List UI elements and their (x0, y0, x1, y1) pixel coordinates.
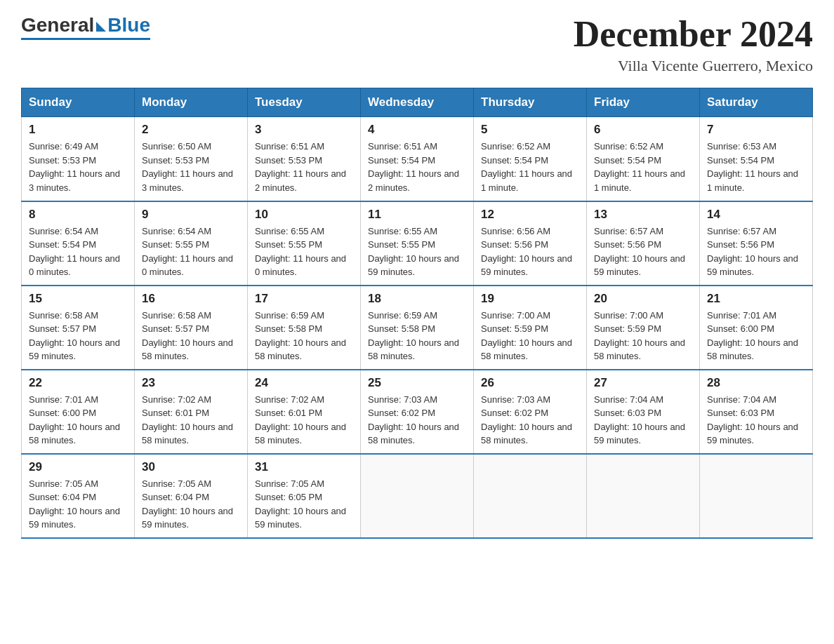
day-number: 20 (594, 292, 692, 306)
calendar-day-cell: 25 Sunrise: 7:03 AMSunset: 6:02 PMDaylig… (361, 370, 474, 454)
calendar-day-cell (700, 454, 813, 538)
day-info: Sunrise: 6:52 AMSunset: 5:54 PMDaylight:… (481, 141, 572, 193)
day-number: 17 (255, 292, 353, 306)
logo-general-text: General (21, 14, 94, 36)
calendar-day-cell: 17 Sunrise: 6:59 AMSunset: 5:58 PMDaylig… (248, 286, 361, 370)
day-number: 16 (142, 292, 240, 306)
page-header: General Blue December 2024 Villa Vicente… (21, 14, 813, 75)
day-number: 19 (481, 292, 579, 306)
day-number: 9 (142, 208, 240, 222)
day-number: 31 (255, 460, 353, 474)
calendar-day-cell: 10 Sunrise: 6:55 AMSunset: 5:55 PMDaylig… (248, 201, 361, 286)
day-number: 18 (368, 292, 466, 306)
day-info: Sunrise: 6:49 AMSunset: 5:53 PMDaylight:… (29, 141, 120, 193)
day-number: 14 (707, 208, 805, 222)
day-info: Sunrise: 6:51 AMSunset: 5:54 PMDaylight:… (368, 141, 459, 193)
day-info: Sunrise: 7:00 AMSunset: 5:59 PMDaylight:… (481, 310, 572, 362)
calendar-day-cell: 13 Sunrise: 6:57 AMSunset: 5:56 PMDaylig… (587, 201, 700, 286)
day-info: Sunrise: 7:00 AMSunset: 5:59 PMDaylight:… (594, 310, 685, 362)
day-info: Sunrise: 7:03 AMSunset: 6:02 PMDaylight:… (368, 394, 459, 446)
header-sunday: Sunday (22, 88, 135, 117)
header-thursday: Thursday (474, 88, 587, 117)
calendar-day-cell: 5 Sunrise: 6:52 AMSunset: 5:54 PMDayligh… (474, 117, 587, 201)
calendar-day-cell: 26 Sunrise: 7:03 AMSunset: 6:02 PMDaylig… (474, 370, 587, 454)
day-number: 29 (29, 460, 127, 474)
day-info: Sunrise: 6:55 AMSunset: 5:55 PMDaylight:… (255, 226, 346, 278)
month-title: December 2024 (574, 14, 813, 54)
day-info: Sunrise: 7:04 AMSunset: 6:03 PMDaylight:… (707, 394, 798, 446)
calendar-week-row: 1 Sunrise: 6:49 AMSunset: 5:53 PMDayligh… (22, 117, 813, 201)
day-number: 13 (594, 208, 692, 222)
day-info: Sunrise: 6:59 AMSunset: 5:58 PMDaylight:… (255, 310, 346, 362)
calendar-day-cell: 21 Sunrise: 7:01 AMSunset: 6:00 PMDaylig… (700, 286, 813, 370)
day-info: Sunrise: 7:05 AMSunset: 6:04 PMDaylight:… (142, 478, 233, 530)
day-number: 11 (368, 208, 466, 222)
calendar-day-cell: 24 Sunrise: 7:02 AMSunset: 6:01 PMDaylig… (248, 370, 361, 454)
calendar-day-cell: 14 Sunrise: 6:57 AMSunset: 5:56 PMDaylig… (700, 201, 813, 286)
calendar-week-row: 15 Sunrise: 6:58 AMSunset: 5:57 PMDaylig… (22, 286, 813, 370)
day-number: 4 (368, 123, 466, 137)
calendar-day-cell: 11 Sunrise: 6:55 AMSunset: 5:55 PMDaylig… (361, 201, 474, 286)
day-number: 22 (29, 376, 127, 390)
day-number: 3 (255, 123, 353, 137)
day-info: Sunrise: 6:58 AMSunset: 5:57 PMDaylight:… (29, 310, 120, 362)
header-tuesday: Tuesday (248, 88, 361, 117)
day-info: Sunrise: 6:59 AMSunset: 5:58 PMDaylight:… (368, 310, 459, 362)
day-number: 8 (29, 208, 127, 222)
day-number: 24 (255, 376, 353, 390)
day-info: Sunrise: 7:05 AMSunset: 6:04 PMDaylight:… (29, 478, 120, 530)
day-number: 12 (481, 208, 579, 222)
day-number: 23 (142, 376, 240, 390)
calendar-day-cell: 30 Sunrise: 7:05 AMSunset: 6:04 PMDaylig… (135, 454, 248, 538)
day-info: Sunrise: 6:57 AMSunset: 5:56 PMDaylight:… (594, 226, 685, 278)
calendar-day-cell: 9 Sunrise: 6:54 AMSunset: 5:55 PMDayligh… (135, 201, 248, 286)
calendar-table: Sunday Monday Tuesday Wednesday Thursday… (21, 88, 813, 539)
calendar-day-cell (587, 454, 700, 538)
day-number: 10 (255, 208, 353, 222)
day-info: Sunrise: 7:01 AMSunset: 6:00 PMDaylight:… (707, 310, 798, 362)
day-info: Sunrise: 7:02 AMSunset: 6:01 PMDaylight:… (255, 394, 346, 446)
calendar-day-cell: 3 Sunrise: 6:51 AMSunset: 5:53 PMDayligh… (248, 117, 361, 201)
day-info: Sunrise: 6:56 AMSunset: 5:56 PMDaylight:… (481, 226, 572, 278)
calendar-day-cell: 4 Sunrise: 6:51 AMSunset: 5:54 PMDayligh… (361, 117, 474, 201)
logo-arrow-icon (96, 22, 106, 32)
day-info: Sunrise: 6:54 AMSunset: 5:54 PMDaylight:… (29, 226, 120, 278)
calendar-day-cell: 27 Sunrise: 7:04 AMSunset: 6:03 PMDaylig… (587, 370, 700, 454)
day-number: 30 (142, 460, 240, 474)
calendar-week-row: 8 Sunrise: 6:54 AMSunset: 5:54 PMDayligh… (22, 201, 813, 286)
day-info: Sunrise: 7:04 AMSunset: 6:03 PMDaylight:… (594, 394, 685, 446)
title-block: December 2024 Villa Vicente Guerrero, Me… (574, 14, 813, 75)
day-info: Sunrise: 6:50 AMSunset: 5:53 PMDaylight:… (142, 141, 233, 193)
day-number: 15 (29, 292, 127, 306)
calendar-day-cell: 1 Sunrise: 6:49 AMSunset: 5:53 PMDayligh… (22, 117, 135, 201)
day-info: Sunrise: 6:52 AMSunset: 5:54 PMDaylight:… (594, 141, 685, 193)
day-info: Sunrise: 7:05 AMSunset: 6:05 PMDaylight:… (255, 478, 346, 530)
header-friday: Friday (587, 88, 700, 117)
calendar-day-cell: 23 Sunrise: 7:02 AMSunset: 6:01 PMDaylig… (135, 370, 248, 454)
day-number: 6 (594, 123, 692, 137)
calendar-day-cell: 8 Sunrise: 6:54 AMSunset: 5:54 PMDayligh… (22, 201, 135, 286)
calendar-day-cell: 12 Sunrise: 6:56 AMSunset: 5:56 PMDaylig… (474, 201, 587, 286)
header-saturday: Saturday (700, 88, 813, 117)
day-number: 25 (368, 376, 466, 390)
day-info: Sunrise: 6:58 AMSunset: 5:57 PMDaylight:… (142, 310, 233, 362)
day-info: Sunrise: 6:57 AMSunset: 5:56 PMDaylight:… (707, 226, 798, 278)
calendar-day-cell: 7 Sunrise: 6:53 AMSunset: 5:54 PMDayligh… (700, 117, 813, 201)
calendar-day-cell (474, 454, 587, 538)
logo-blue-text: Blue (107, 14, 150, 36)
day-info: Sunrise: 6:53 AMSunset: 5:54 PMDaylight:… (707, 141, 798, 193)
calendar-day-cell: 15 Sunrise: 6:58 AMSunset: 5:57 PMDaylig… (22, 286, 135, 370)
calendar-day-cell: 20 Sunrise: 7:00 AMSunset: 5:59 PMDaylig… (587, 286, 700, 370)
day-number: 1 (29, 123, 127, 137)
calendar-day-cell: 22 Sunrise: 7:01 AMSunset: 6:00 PMDaylig… (22, 370, 135, 454)
day-number: 7 (707, 123, 805, 137)
day-number: 27 (594, 376, 692, 390)
calendar-day-cell: 29 Sunrise: 7:05 AMSunset: 6:04 PMDaylig… (22, 454, 135, 538)
calendar-day-cell: 18 Sunrise: 6:59 AMSunset: 5:58 PMDaylig… (361, 286, 474, 370)
calendar-day-cell: 31 Sunrise: 7:05 AMSunset: 6:05 PMDaylig… (248, 454, 361, 538)
header-monday: Monday (135, 88, 248, 117)
day-number: 28 (707, 376, 805, 390)
day-info: Sunrise: 7:03 AMSunset: 6:02 PMDaylight:… (481, 394, 572, 446)
calendar-week-row: 29 Sunrise: 7:05 AMSunset: 6:04 PMDaylig… (22, 454, 813, 538)
calendar-day-cell (361, 454, 474, 538)
